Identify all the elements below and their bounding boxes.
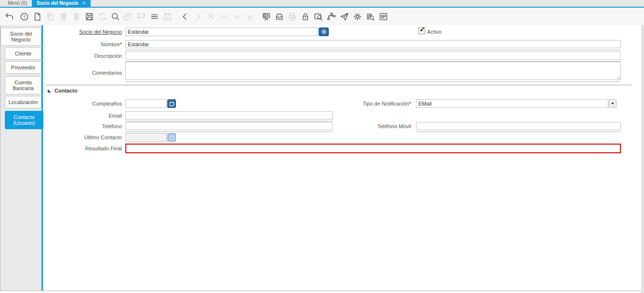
new-record-icon[interactable] (31, 11, 43, 22)
birthday-label: Cumpleaños (46, 101, 122, 107)
workflow-icon[interactable] (325, 11, 337, 22)
report-icon[interactable] (260, 11, 272, 22)
delete-selection-icon (70, 11, 82, 22)
notification-type-value: EMail (418, 101, 432, 107)
description-label: Descripción (46, 53, 122, 59)
birthday-input[interactable] (125, 99, 167, 108)
detail-record-icon (231, 11, 242, 22)
close-icon[interactable]: ✕ (82, 0, 86, 6)
sidebar-tab-cliente[interactable]: Cliente (5, 47, 41, 60)
check-icon: ✓ (419, 25, 426, 34)
help-icon[interactable]: ? (18, 11, 30, 22)
refresh-icon (96, 11, 108, 22)
chat-icon (135, 11, 147, 22)
name-input[interactable] (125, 40, 621, 48)
comments-label: Comentarios (46, 70, 122, 76)
required-mark: * (409, 101, 411, 107)
active-tab-indicator (41, 25, 43, 291)
toolbar: ?31 (0, 8, 644, 25)
idempiere-window: Menú (0) Socio del Negocio ✕ ?31 Socio d… (0, 0, 644, 293)
save-icon[interactable] (83, 11, 95, 22)
last-result-label: Resultado Final (46, 146, 122, 151)
contact-section-header[interactable]: Contacto (48, 88, 78, 93)
print-icon (286, 11, 298, 22)
field-underline (125, 50, 621, 50)
mobile-label: Teléfono Móvil (335, 123, 411, 129)
tab-socio-label: Socio del Negocio (37, 0, 79, 6)
notification-type-combobox[interactable]: EMail (416, 99, 608, 108)
desktop-tabbar: Menú (0) Socio del Negocio ✕ (0, 0, 644, 8)
next-record-icon (192, 11, 203, 22)
chevron-down-icon (611, 103, 614, 105)
product-info-icon[interactable] (364, 11, 376, 22)
notification-type-label: Tipo de Notificación* (335, 101, 411, 107)
active-label: Activo (427, 29, 456, 35)
tab-menu[interactable]: Menú (0) (3, 0, 32, 7)
svg-text:31: 31 (166, 15, 169, 19)
description-input[interactable] (125, 52, 621, 60)
comments-textarea[interactable] (125, 62, 621, 80)
grid-toggle-icon[interactable] (148, 11, 160, 22)
email-label: Email (46, 113, 122, 119)
archive-icon[interactable] (273, 11, 285, 22)
required-mark: * (120, 41, 122, 47)
contact-section-title: Contacto (54, 88, 78, 93)
last-contact-calendar-button (167, 133, 176, 142)
send-mail-icon[interactable] (338, 11, 350, 22)
last-contact-label: Último Contacto (46, 134, 122, 140)
previous-record-icon[interactable] (179, 11, 190, 22)
calendar-icon (169, 101, 174, 107)
last-record-icon (244, 11, 255, 22)
last-contact-input (125, 133, 167, 142)
mobile-input[interactable] (416, 122, 621, 130)
last-result-input[interactable] (125, 144, 621, 153)
notification-type-dropdown-button[interactable] (609, 99, 617, 108)
field-underline (125, 81, 621, 82)
bpartner-input[interactable] (125, 27, 318, 36)
bpartner-label[interactable]: Socio del Negocio (46, 29, 122, 35)
sidebar-tab-proveedor[interactable]: Proveedor (5, 61, 41, 74)
sidebar-tab-contacto-usuario[interactable]: Contacto (Usuario) (5, 111, 43, 129)
preferences-icon[interactable] (351, 11, 363, 22)
undo-icon[interactable] (3, 11, 15, 22)
tab-menu-label: Menú (0) (8, 0, 27, 6)
field-underline (416, 132, 621, 132)
parent-record-icon (218, 11, 229, 22)
field-underline (125, 121, 333, 121)
sidebar-tab-localización[interactable]: Localización (5, 96, 41, 108)
copy-record-icon (44, 11, 56, 22)
window-report-icon[interactable] (377, 11, 389, 22)
attachment-icon (122, 11, 134, 22)
first-record-icon (205, 11, 216, 22)
birthday-calendar-button[interactable] (167, 99, 176, 108)
phone-input[interactable] (125, 122, 333, 130)
sidebar-tab-cuenta-bancaria[interactable]: Cuenta Bancaria (5, 76, 41, 94)
sidebar-tab-socio-del-negocio[interactable]: Socio del Negocio (0, 27, 41, 46)
lock-icon[interactable] (299, 11, 311, 22)
delete-record-icon (57, 11, 69, 22)
calendar-icon (169, 135, 174, 140)
field-underline (125, 132, 333, 132)
collapse-arrow-icon (48, 89, 51, 93)
calendar-icon: 31 (161, 11, 173, 22)
name-label: Nombre* (46, 41, 122, 47)
section-separator (46, 85, 631, 85)
window-body: Socio del NegocioClienteProveedorCuenta … (0, 25, 644, 293)
window-bottom-border (0, 291, 641, 291)
phone-label: Teléfono (46, 123, 122, 129)
tab-sidebar: Socio del NegocioClienteProveedorCuenta … (0, 25, 41, 291)
email-input[interactable] (125, 111, 333, 120)
active-checkbox[interactable]: ✓ (418, 27, 425, 34)
right-gutter (641, 25, 644, 293)
record-info-icon (321, 29, 327, 35)
record-info-button[interactable] (319, 27, 329, 36)
find-icon[interactable] (109, 11, 121, 22)
zoom-across-icon[interactable] (312, 11, 324, 22)
svg-text:?: ? (23, 14, 25, 19)
tab-socio-del-negocio[interactable]: Socio del Negocio ✕ (32, 0, 91, 7)
